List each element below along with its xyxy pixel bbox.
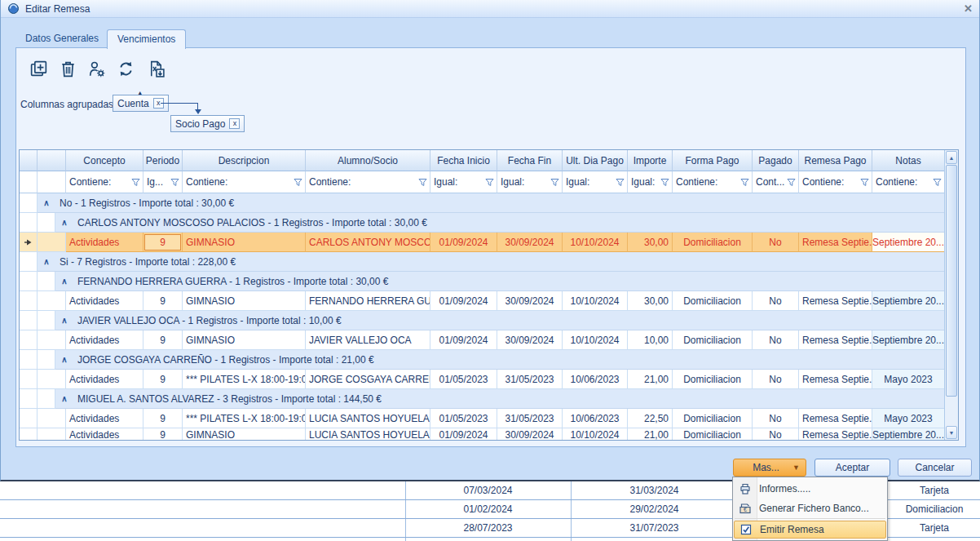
menu-item-generar-fichero-banco[interactable]: €Generar Fichero Banco... — [734, 499, 886, 517]
table-cell[interactable]: 31/05/2023 — [497, 370, 563, 389]
group-row[interactable]: ∧MIGUEL A. SANTOS ALVAREZ - 3 Registros … — [20, 389, 945, 409]
table-cell[interactable]: Remesa Septie... — [799, 330, 872, 350]
remove-group-icon[interactable]: x — [229, 118, 240, 129]
column-header[interactable]: Forma Pago — [673, 150, 753, 171]
group-box-socio-pago[interactable]: Socio Pago x — [170, 115, 245, 132]
scrollbar-thumb[interactable] — [946, 165, 957, 397]
vertical-scrollbar[interactable]: ▲ ▼ — [944, 150, 958, 440]
table-cell[interactable]: No — [753, 409, 799, 428]
table-cell[interactable]: Mayo 2023 — [872, 409, 945, 428]
table-cell[interactable]: 9 — [143, 330, 183, 350]
group-row[interactable]: ∧CARLOS ANTONY MOSCOSO PALACIOS - 1 Regi… — [20, 213, 945, 233]
close-icon[interactable]: ✕ — [964, 2, 973, 15]
filter-cell[interactable]: Contiene: — [66, 171, 143, 193]
group-row[interactable]: ∧Si - 7 Registros - Importe total : 228,… — [20, 252, 945, 272]
filter-cell[interactable]: Contiene: — [673, 171, 753, 193]
column-header[interactable]: Alumno/Socio — [306, 150, 430, 171]
scroll-up-icon[interactable]: ▲ — [946, 151, 957, 164]
table-cell[interactable]: 9 — [143, 428, 183, 440]
table-cell[interactable]: GIMNASIO — [183, 291, 306, 311]
table-row[interactable]: Actividades9GIMNASIOFERNANDO HERRERA GUE… — [20, 291, 945, 311]
table-cell[interactable]: 10/10/2024 — [563, 428, 628, 440]
table-row[interactable]: Actividades9*** PILATES L-X 18:00-19:0..… — [20, 409, 945, 428]
filter-funnel-icon[interactable] — [933, 178, 942, 187]
table-cell[interactable]: Actividades — [66, 330, 143, 350]
table-cell[interactable]: Septiembre 20... — [872, 291, 945, 311]
group-row[interactable]: ∧FERNANDO HERRERA GUERRA - 1 Registros -… — [20, 272, 945, 291]
filter-cell[interactable]: Cont... — [753, 171, 799, 193]
table-cell[interactable]: Septiembre 20... — [872, 330, 945, 350]
cancelar-button[interactable]: Cancelar — [898, 459, 972, 477]
table-cell[interactable]: 30/09/2024 — [497, 291, 563, 311]
table-cell[interactable]: Actividades — [66, 428, 143, 440]
filter-cell[interactable]: Igual: — [628, 171, 673, 193]
filter-cell[interactable]: Ig... — [143, 171, 183, 193]
table-cell[interactable]: *** PILATES L-X 18:00-19:0... — [183, 409, 306, 428]
table-cell[interactable]: No — [753, 428, 799, 440]
table-cell[interactable]: No — [753, 370, 799, 389]
table-cell[interactable]: Domiciliacion — [673, 233, 753, 252]
table-cell[interactable]: Septiembre 20... — [872, 428, 945, 440]
filter-funnel-icon[interactable] — [294, 178, 302, 187]
table-row[interactable]: Actividades9GIMNASIOLUCIA SANTOS HOYUELA… — [20, 428, 945, 440]
column-header[interactable]: Concepto — [66, 150, 143, 171]
menu-item-emitir-remesa[interactable]: Emitir Remesa — [734, 521, 886, 539]
aceptar-button[interactable]: Aceptar — [814, 459, 890, 477]
table-cell[interactable]: GIMNASIO — [183, 428, 306, 440]
filter-cell[interactable]: Contiene: — [799, 171, 872, 193]
table-cell[interactable]: No — [753, 233, 799, 252]
column-header[interactable]: Fecha Inicio — [430, 150, 497, 171]
add-record-icon[interactable] — [27, 57, 50, 80]
table-cell[interactable]: 22,50 — [628, 409, 673, 428]
table-cell[interactable]: 10/10/2024 — [563, 291, 628, 311]
table-row[interactable]: Actividades9GIMNASIOCARLOS ANTONY MOSCO.… — [20, 233, 945, 252]
table-cell[interactable]: Actividades — [66, 409, 143, 428]
table-cell[interactable]: 9 — [143, 370, 183, 389]
filter-funnel-icon[interactable] — [740, 178, 749, 187]
filter-funnel-icon[interactable] — [485, 178, 494, 187]
group-row[interactable]: ∧JAVIER VALLEJO OCA - 1 Registros - Impo… — [20, 311, 945, 330]
table-cell[interactable]: 30,00 — [628, 233, 673, 252]
filter-cell[interactable]: Igual: — [563, 171, 628, 193]
collapse-group-icon[interactable]: ∧ — [55, 272, 73, 291]
table-cell[interactable]: 10/10/2024 — [563, 233, 628, 252]
table-cell[interactable]: Remesa Septie... — [799, 233, 872, 252]
column-header[interactable]: Descripcion — [183, 150, 306, 171]
table-cell[interactable]: 9 — [143, 291, 183, 311]
filter-funnel-icon[interactable] — [170, 178, 179, 187]
table-cell[interactable]: Septiembre 20... — [872, 233, 945, 252]
column-header[interactable]: Periodo — [143, 150, 183, 171]
filter-funnel-icon[interactable] — [660, 178, 669, 187]
table-cell[interactable]: No — [753, 330, 799, 350]
column-header[interactable]: Importe — [628, 150, 673, 171]
editing-cell-value[interactable]: 9 — [144, 234, 181, 251]
table-cell[interactable]: 30/09/2024 — [497, 233, 563, 252]
delete-record-icon[interactable] — [56, 57, 79, 80]
group-row[interactable]: ∧JORGE COSGAYA CARREÑO - 1 Registros - I… — [20, 350, 945, 370]
filter-cell[interactable]: Contiene: — [872, 171, 945, 193]
scroll-down-icon[interactable]: ▼ — [946, 426, 957, 439]
filter-cell[interactable]: Contiene: — [183, 171, 306, 193]
table-cell[interactable]: 01/09/2024 — [430, 428, 497, 440]
table-cell[interactable]: 30/09/2024 — [497, 428, 563, 440]
table-cell[interactable]: 21,00 — [628, 370, 673, 389]
column-header[interactable]: Remesa Pago — [799, 150, 872, 171]
table-cell[interactable]: No — [753, 291, 799, 311]
table-cell[interactable]: 01/05/2023 — [430, 409, 497, 428]
collapse-group-icon[interactable]: ∧ — [55, 311, 73, 330]
column-header[interactable]: Ult. Dia Pago — [563, 150, 628, 171]
table-cell[interactable]: 01/09/2024 — [430, 330, 497, 350]
table-cell[interactable]: GIMNASIO — [183, 330, 306, 350]
table-cell[interactable]: LUCIA SANTOS HOYUELA — [306, 428, 430, 440]
column-header[interactable]: Notas — [872, 150, 945, 171]
mas-button[interactable]: Mas... ▼ — [733, 459, 806, 477]
table-cell[interactable]: Actividades — [66, 291, 143, 311]
table-cell[interactable]: 10/06/2023 — [563, 409, 628, 428]
table-cell[interactable]: FERNANDO HERRERA GUE... — [306, 291, 430, 311]
filter-cell[interactable]: Igual: — [430, 171, 497, 193]
table-cell[interactable]: 01/09/2024 — [430, 233, 497, 252]
collapse-group-icon[interactable]: ∧ — [38, 252, 55, 272]
table-row[interactable]: Actividades9GIMNASIOJAVIER VALLEJO OCA01… — [20, 330, 945, 350]
table-cell[interactable]: *** PILATES L-X 18:00-19:0... — [183, 370, 306, 389]
column-header[interactable]: Fecha Fin — [497, 150, 563, 171]
